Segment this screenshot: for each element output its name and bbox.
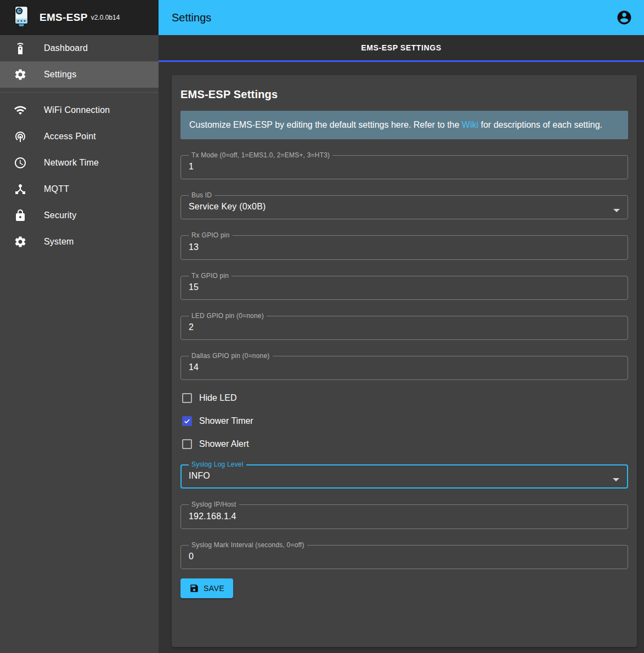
shower-timer-checkbox[interactable]: Shower Timer	[180, 410, 628, 433]
syslog-mark-interval-field[interactable]: Syslog Mark Interval (seconds, 0=off) 0	[180, 542, 628, 569]
bus-id-select[interactable]: Bus ID Service Key (0x0B)	[180, 192, 628, 219]
lock-icon	[14, 209, 27, 222]
shower-alert-checkbox[interactable]: Shower Alert	[180, 433, 628, 456]
field-label: Bus ID	[189, 192, 214, 199]
field-value: 2	[189, 320, 620, 332]
sidebar: EMS-ESP v2.0.0b14 Dashboard Settings WiF…	[0, 0, 159, 653]
save-button[interactable]: SAVE	[180, 578, 233, 598]
sidebar-item-mqtt[interactable]: MQTT	[0, 176, 159, 202]
clock-icon	[14, 156, 27, 169]
sidebar-item-label: WiFi Connection	[44, 105, 110, 115]
chevron-down-icon	[613, 478, 619, 481]
settings-card: EMS-ESP Settings Customize EMS-ESP by ed…	[172, 75, 637, 647]
checkbox-icon	[182, 393, 192, 403]
remote-icon	[14, 42, 27, 55]
sidebar-item-dashboard[interactable]: Dashboard	[0, 35, 159, 61]
tab-ems-esp-settings[interactable]: EMS-ESP SETTINGS	[159, 35, 644, 60]
save-icon	[189, 583, 199, 593]
field-value: Service Key (0x0B)	[189, 199, 620, 212]
field-label: Syslog IP/Host	[189, 501, 239, 508]
field-value: 13	[189, 240, 620, 252]
hide-led-checkbox[interactable]: Hide LED	[180, 387, 628, 410]
info-text: Customize EMS-ESP by editing the default…	[189, 120, 462, 129]
sidebar-item-security[interactable]: Security	[0, 202, 159, 229]
rx-gpio-field[interactable]: Rx GPIO pin 13	[180, 232, 628, 259]
field-label: Dallas GPIO pin (0=none)	[189, 353, 273, 360]
card-heading: EMS-ESP Settings	[180, 84, 628, 101]
account-button[interactable]	[616, 9, 632, 26]
field-label: Tx Mode (0=off, 1=EMS1.0, 2=EMS+, 3=HT3)	[189, 152, 332, 159]
device-hub-icon	[14, 183, 27, 196]
field-label: Syslog Log Level	[189, 461, 246, 468]
sidebar-item-label: Dashboard	[44, 43, 88, 53]
field-label: Rx GPIO pin	[189, 232, 233, 239]
wifi-icon	[14, 104, 27, 117]
chevron-down-icon	[613, 209, 620, 212]
content-area: EMS-ESP Settings Customize EMS-ESP by ed…	[159, 62, 644, 653]
gear-icon	[14, 68, 27, 81]
checkbox-label: Shower Alert	[199, 439, 249, 449]
sidebar-item-label: MQTT	[44, 184, 69, 194]
dallas-gpio-field[interactable]: Dallas GPIO pin (0=none) 14	[180, 353, 628, 380]
sidebar-item-label: Security	[44, 211, 76, 220]
info-text: for descriptions of each setting.	[478, 120, 602, 129]
sidebar-item-label: System	[44, 237, 74, 247]
field-value: 0	[189, 549, 620, 561]
sidebar-header: EMS-ESP v2.0.0b14	[0, 0, 159, 35]
checkbox-label: Shower Timer	[199, 416, 253, 426]
page-title: Settings	[172, 12, 616, 24]
sidebar-item-network-time[interactable]: Network Time	[0, 150, 159, 176]
field-label: Syslog Mark Interval (seconds, 0=off)	[189, 542, 307, 549]
field-value: INFO	[189, 468, 620, 481]
gear-icon	[14, 235, 27, 248]
sidebar-item-label: Settings	[44, 70, 76, 80]
sidebar-item-label: Network Time	[44, 158, 99, 168]
account-circle-icon	[616, 9, 632, 26]
sidebar-item-label: Access Point	[44, 132, 96, 141]
checkbox-group: Hide LED Shower Timer Shower Alert	[180, 387, 628, 456]
syslog-host-field[interactable]: Syslog IP/Host 192.168.1.4	[180, 501, 628, 529]
tab-bar: EMS-ESP SETTINGS	[159, 35, 644, 60]
led-gpio-field[interactable]: LED GPIO pin (0=none) 2	[180, 313, 628, 340]
field-label: LED GPIO pin (0=none)	[189, 313, 267, 320]
main-area: Settings EMS-ESP SETTINGS EMS-ESP Settin…	[159, 0, 644, 653]
field-value: 1	[189, 159, 620, 172]
sidebar-divider	[0, 92, 159, 93]
tx-gpio-field[interactable]: Tx GPIO pin 15	[180, 272, 628, 300]
sidebar-item-wifi-connection[interactable]: WiFi Connection	[0, 97, 159, 123]
checkbox-checked-icon	[182, 416, 192, 426]
sidebar-item-access-point[interactable]: Access Point	[0, 123, 159, 150]
brand-version: v2.0.0b14	[91, 14, 120, 21]
tx-mode-field[interactable]: Tx Mode (0=off, 1=EMS1.0, 2=EMS+, 3=HT3)…	[180, 152, 628, 179]
syslog-level-select[interactable]: Syslog Log Level INFO	[180, 461, 628, 489]
field-value: 14	[189, 360, 620, 372]
save-button-label: SAVE	[204, 584, 224, 593]
field-value: 15	[189, 280, 620, 292]
wifi-tethering-icon	[14, 130, 27, 143]
brand-name: EMS-ESP	[39, 12, 88, 24]
sidebar-item-settings[interactable]: Settings	[0, 61, 159, 88]
field-value: 192.168.1.4	[189, 509, 620, 521]
field-label: Tx GPIO pin	[189, 272, 231, 280]
appbar: Settings	[159, 0, 644, 35]
wiki-link[interactable]: Wiki	[462, 120, 478, 129]
info-banner: Customize EMS-ESP by editing the default…	[180, 111, 628, 139]
boiler-logo-icon	[10, 4, 33, 31]
checkbox-label: Hide LED	[199, 393, 236, 403]
sidebar-item-system[interactable]: System	[0, 229, 159, 255]
checkbox-icon	[182, 439, 192, 449]
